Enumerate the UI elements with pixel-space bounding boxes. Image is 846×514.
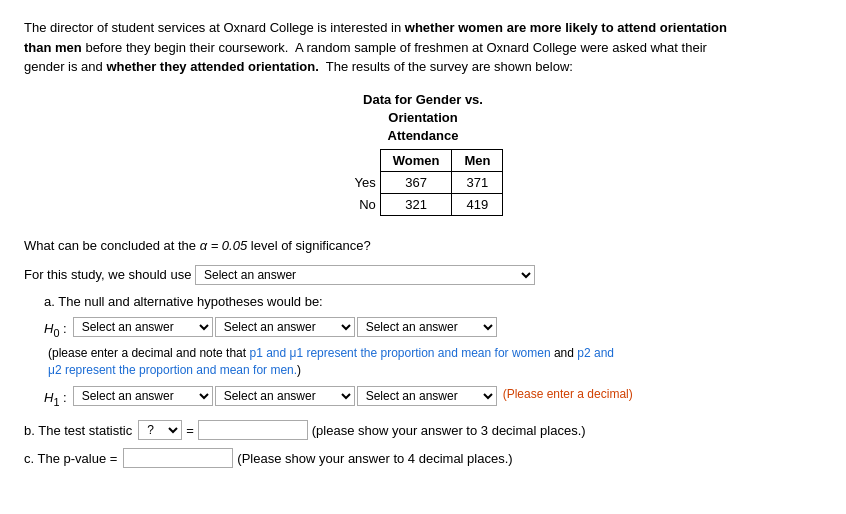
h0-note: (please enter a decimal and note that p1… [48, 345, 628, 379]
table-row-yes: Yes 367 371 [343, 172, 503, 194]
h1-label: H1 : [44, 386, 67, 412]
cell-yes-men: 371 [452, 172, 503, 194]
test-stat-input[interactable] [198, 420, 308, 440]
study-line: For this study, we should use Select an … [24, 265, 822, 286]
cell-yes-women: 367 [380, 172, 452, 194]
study-label-text: For this study, we should use [24, 267, 195, 282]
test-stat-type-select[interactable]: ? z t F χ² [138, 420, 182, 440]
h0-select-3[interactable]: Select an answer p1p2μ1μ2 [357, 317, 497, 337]
test-stat-label: b. The test statistic [24, 423, 132, 438]
h1-select-3[interactable]: Select an answer p1p2μ1μ2 [357, 386, 497, 406]
pvalue-note: (Please show your answer to 4 decimal pl… [237, 451, 512, 466]
data-table: Women Men Yes 367 371 No 321 419 [343, 149, 504, 216]
table-row-no: No 321 419 [343, 194, 503, 216]
table-title: Data for Gender vs. Orientation Attendan… [363, 91, 483, 146]
table-section: Data for Gender vs. Orientation Attendan… [24, 91, 822, 217]
pvalue-input[interactable] [123, 448, 233, 468]
col-header-men: Men [452, 150, 503, 172]
cell-no-women: 321 [380, 194, 452, 216]
h1-select-2[interactable]: Select an answer =><≠≥≤ [215, 386, 355, 406]
h0-label: H0 : [44, 317, 67, 343]
pvalue-label: c. The p-value = [24, 451, 117, 466]
question-section: What can be concluded at the α = 0.05 le… [24, 236, 822, 468]
test-stat-row: b. The test statistic ? z t F χ² = (plea… [24, 420, 822, 440]
row-label-no: No [343, 194, 381, 216]
equals-sign: = [186, 423, 194, 438]
alpha-value: α = 0.05 [200, 238, 248, 253]
cell-no-men: 419 [452, 194, 503, 216]
intro-paragraph: The director of student services at Oxna… [24, 18, 744, 77]
h0-select-1[interactable]: Select an answer p1p2μ1μ2 [73, 317, 213, 337]
hyp-section-label: a. The null and alternative hypotheses w… [44, 294, 822, 309]
h1-block: H1 : Select an answer p1p2μ1μ2 Select an… [44, 386, 822, 412]
h0-block: H0 : Select an answer p1p2μ1μ2 Select an… [44, 317, 822, 379]
h1-row: H1 : Select an answer p1p2μ1μ2 Select an… [44, 386, 822, 412]
study-select[interactable]: Select an answer z-test for proportions … [195, 265, 535, 285]
significance-text: What can be concluded at the α = 0.05 le… [24, 238, 371, 253]
h1-note: (Please enter a decimal) [503, 386, 633, 403]
h0-select-2[interactable]: Select an answer =><≠≥≤ [215, 317, 355, 337]
h1-select-1[interactable]: Select an answer p1p2μ1μ2 [73, 386, 213, 406]
pvalue-row: c. The p-value = (Please show your answe… [24, 448, 822, 468]
significance-line: What can be concluded at the α = 0.05 le… [24, 236, 822, 257]
row-label-yes: Yes [343, 172, 381, 194]
test-stat-note: (please show your answer to 3 decimal pl… [312, 423, 586, 438]
col-header-women: Women [380, 150, 452, 172]
h0-row: H0 : Select an answer p1p2μ1μ2 Select an… [44, 317, 822, 379]
